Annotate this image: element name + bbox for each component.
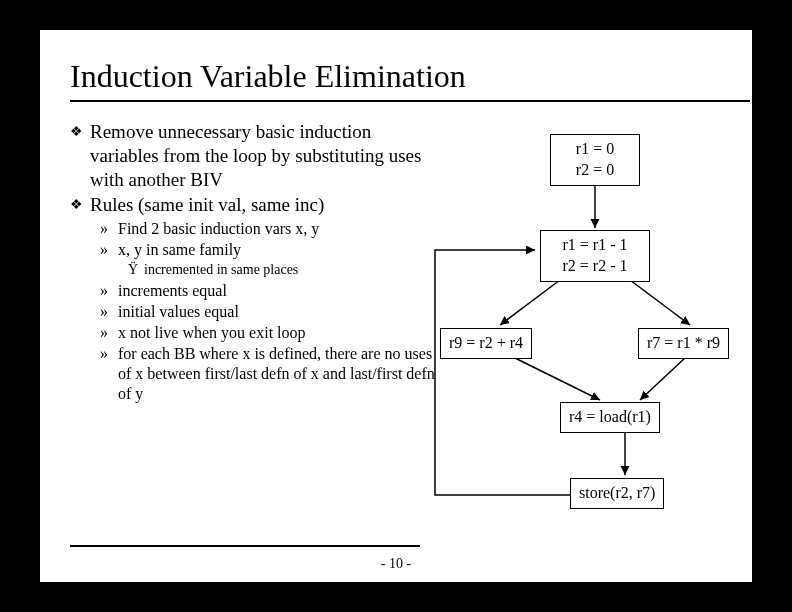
bullet-text: Rules (same init val, same inc) [90, 193, 440, 217]
raquo-bullet-icon: » [100, 344, 118, 404]
title-underline [70, 100, 750, 102]
raquo-bullet-icon: » [100, 219, 118, 239]
raquo-bullet-icon: » [100, 323, 118, 343]
bullet-text: x not live when you exit loop [118, 323, 440, 343]
sub-bullet-item: » increments equal [100, 281, 440, 301]
diagram-box-decrement: r1 = r1 - 1 r2 = r2 - 1 [540, 230, 650, 282]
flow-diagram: r1 = 0 r2 = 0 r1 = r1 - 1 r2 = r2 - 1 r9… [440, 120, 750, 540]
bullet-text: for each BB where x is defined, there ar… [118, 344, 440, 404]
bullet-text: x, y in same family [118, 240, 440, 260]
diagram-box-r9: r9 = r2 + r4 [440, 328, 532, 359]
bullet-item: ❖ Remove unnecessary basic induction var… [70, 120, 440, 191]
box-line: r2 = 0 [559, 160, 631, 181]
diamond-bullet-icon: ❖ [70, 193, 90, 217]
sub-bullet-item: » x, y in same family [100, 240, 440, 260]
svg-line-3 [515, 358, 600, 400]
subsub-bullet-item: Ÿ incremented in same places [128, 261, 440, 279]
diagram-box-load: r4 = load(r1) [560, 402, 660, 433]
sub-bullet-item: » initial values equal [100, 302, 440, 322]
box-line: store(r2, r7) [579, 484, 655, 501]
sub-bullet-item: » x not live when you exit loop [100, 323, 440, 343]
sub-bullet-item: » for each BB where x is defined, there … [100, 344, 440, 404]
raquo-bullet-icon: » [100, 240, 118, 260]
page-title: Induction Variable Elimination [70, 58, 466, 95]
diagram-box-store: store(r2, r7) [570, 478, 664, 509]
box-line: r1 = r1 - 1 [549, 235, 641, 256]
page-number: - 10 - [40, 556, 752, 572]
bullet-text: incremented in same places [144, 261, 440, 279]
y-bullet-icon: Ÿ [128, 261, 144, 279]
svg-line-2 [630, 280, 690, 325]
bullet-list: ❖ Remove unnecessary basic induction var… [70, 120, 440, 405]
slide: Induction Variable Elimination ❖ Remove … [40, 30, 752, 582]
box-line: r4 = load(r1) [569, 408, 651, 425]
box-line: r1 = 0 [559, 139, 631, 160]
bullet-text: increments equal [118, 281, 440, 301]
diagram-box-init: r1 = 0 r2 = 0 [550, 134, 640, 186]
sub-bullet-item: » Find 2 basic induction vars x, y [100, 219, 440, 239]
bullet-text: Remove unnecessary basic induction varia… [90, 120, 440, 191]
svg-line-1 [500, 280, 560, 325]
diagram-box-r7: r7 = r1 * r9 [638, 328, 729, 359]
raquo-bullet-icon: » [100, 302, 118, 322]
bullet-text: Find 2 basic induction vars x, y [118, 219, 440, 239]
bullet-text: initial values equal [118, 302, 440, 322]
raquo-bullet-icon: » [100, 281, 118, 301]
box-line: r9 = r2 + r4 [449, 334, 523, 351]
box-line: r2 = r2 - 1 [549, 256, 641, 277]
svg-line-4 [640, 358, 685, 400]
bullet-item: ❖ Rules (same init val, same inc) [70, 193, 440, 217]
box-line: r7 = r1 * r9 [647, 334, 720, 351]
footer-line [70, 545, 420, 547]
diamond-bullet-icon: ❖ [70, 120, 90, 191]
